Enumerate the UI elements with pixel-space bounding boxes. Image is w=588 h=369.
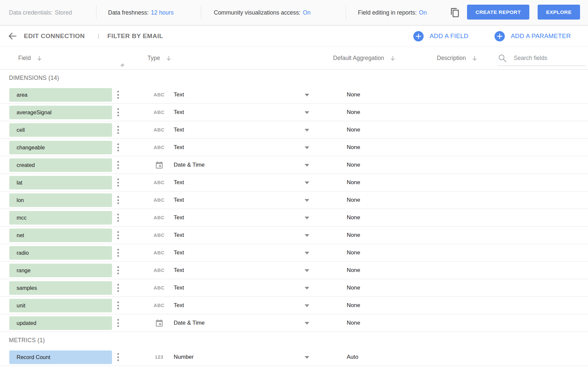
- aggregation-value[interactable]: None: [347, 162, 360, 168]
- column-header-description[interactable]: Description: [437, 47, 478, 69]
- type-value[interactable]: Text: [174, 214, 184, 221]
- field-chip[interactable]: changeable: [9, 141, 112, 154]
- more-options-icon[interactable]: [116, 283, 120, 293]
- more-options-icon[interactable]: [116, 318, 120, 328]
- column-header-type[interactable]: Type: [147, 47, 172, 69]
- more-options-icon[interactable]: [116, 352, 120, 362]
- back-arrow-icon[interactable]: [7, 26, 17, 47]
- field-chip[interactable]: net: [9, 229, 112, 242]
- type-dropdown-arrow-icon[interactable]: [305, 287, 309, 290]
- data-freshness-value[interactable]: 12 hours: [151, 9, 174, 16]
- field-chip[interactable]: unit: [9, 299, 112, 312]
- type-value[interactable]: Text: [174, 109, 184, 116]
- more-options-icon[interactable]: [116, 195, 120, 205]
- field-name: changeable: [17, 144, 45, 151]
- type-dropdown-arrow-icon[interactable]: [305, 164, 309, 167]
- sort-arrow-icon[interactable]: [36, 55, 43, 62]
- aggregation-value[interactable]: None: [347, 109, 360, 116]
- field-chip[interactable]: mcc: [9, 211, 112, 225]
- aggregation-value[interactable]: None: [347, 144, 360, 151]
- column-resize-handle[interactable]: [120, 62, 125, 69]
- more-options-icon[interactable]: [116, 177, 120, 188]
- type-dropdown-arrow-icon[interactable]: [305, 322, 309, 325]
- column-header-field[interactable]: Field: [18, 47, 43, 69]
- more-options-icon[interactable]: [116, 125, 120, 135]
- type-value[interactable]: Date & Time: [174, 320, 205, 326]
- aggregation-value[interactable]: None: [347, 285, 360, 291]
- type-dropdown-arrow-icon[interactable]: [305, 356, 309, 359]
- aggregation-value[interactable]: None: [347, 214, 360, 221]
- type-dropdown-arrow-icon[interactable]: [305, 234, 309, 237]
- field-chip[interactable]: averageSignal: [9, 106, 112, 119]
- type-dropdown-arrow-icon[interactable]: [305, 269, 309, 272]
- more-options-icon[interactable]: [116, 160, 120, 170]
- more-options-icon[interactable]: [116, 265, 120, 276]
- aggregation-value[interactable]: None: [347, 179, 360, 186]
- type-value[interactable]: Text: [174, 91, 184, 98]
- aggregation-value[interactable]: Auto: [347, 354, 358, 360]
- type-value[interactable]: Text: [174, 197, 184, 203]
- type-value[interactable]: Text: [174, 179, 184, 186]
- table-row: Record Count 123 Number Auto: [0, 348, 588, 366]
- aggregation-value[interactable]: None: [347, 302, 360, 309]
- type-dropdown-arrow-icon[interactable]: [305, 94, 309, 96]
- more-options-icon[interactable]: [116, 247, 120, 258]
- create-report-button[interactable]: CREATE REPORT: [467, 5, 529, 20]
- search-input[interactable]: [514, 52, 583, 64]
- type-value[interactable]: Text: [174, 144, 184, 151]
- sort-arrow-icon[interactable]: [165, 55, 172, 62]
- aggregation-value[interactable]: None: [347, 232, 360, 238]
- text-type-icon: ABC: [152, 104, 166, 121]
- field-chip[interactable]: radio: [9, 246, 112, 260]
- field-chip[interactable]: area: [9, 88, 112, 102]
- type-dropdown-arrow-icon[interactable]: [305, 217, 309, 219]
- type-value[interactable]: Number: [174, 354, 194, 360]
- field-chip[interactable]: samples: [9, 281, 112, 295]
- field-chip[interactable]: lon: [9, 193, 112, 207]
- aggregation-value[interactable]: None: [347, 197, 360, 203]
- field-chip[interactable]: cell: [9, 123, 112, 137]
- type-dropdown-arrow-icon[interactable]: [305, 129, 309, 132]
- more-options-icon[interactable]: [116, 212, 120, 223]
- type-dropdown-arrow-icon[interactable]: [305, 182, 309, 184]
- type-dropdown-arrow-icon[interactable]: [305, 111, 309, 114]
- more-options-icon[interactable]: [116, 230, 120, 240]
- type-value[interactable]: Text: [174, 302, 184, 309]
- type-dropdown-arrow-icon[interactable]: [305, 304, 309, 307]
- type-value[interactable]: Date & Time: [174, 162, 205, 168]
- more-options-icon[interactable]: [116, 89, 120, 100]
- more-options-icon[interactable]: [116, 107, 120, 118]
- sort-arrow-icon[interactable]: [389, 55, 396, 62]
- field-chip[interactable]: Record Count: [9, 350, 112, 364]
- community-viz-value[interactable]: On: [303, 9, 311, 16]
- aggregation-value[interactable]: None: [347, 267, 360, 274]
- sort-arrow-icon[interactable]: [471, 55, 478, 62]
- add-a-field-button[interactable]: ADD A FIELD: [413, 26, 468, 47]
- type-value[interactable]: Text: [174, 127, 184, 133]
- type-dropdown-arrow-icon[interactable]: [305, 252, 309, 254]
- field-editing-value[interactable]: On: [419, 9, 427, 16]
- more-options-icon[interactable]: [116, 300, 120, 311]
- type-dropdown-arrow-icon[interactable]: [305, 146, 309, 149]
- aggregation-value[interactable]: None: [347, 249, 360, 256]
- copy-icon[interactable]: [449, 7, 461, 18]
- type-value[interactable]: Text: [174, 285, 184, 291]
- add-a-parameter-button[interactable]: ADD A PARAMETER: [495, 26, 571, 47]
- type-value[interactable]: Text: [174, 232, 184, 238]
- more-options-icon[interactable]: [116, 142, 120, 153]
- explore-button[interactable]: EXPLORE: [538, 5, 580, 20]
- edit-connection-button[interactable]: EDIT CONNECTION: [24, 26, 85, 47]
- aggregation-value[interactable]: None: [347, 91, 360, 98]
- field-chip[interactable]: lat: [9, 176, 112, 189]
- data-credentials-status[interactable]: Data credentials: Stored: [9, 0, 72, 25]
- type-value[interactable]: Text: [174, 267, 184, 274]
- field-chip[interactable]: range: [9, 264, 112, 277]
- field-chip[interactable]: updated: [9, 316, 112, 330]
- field-chip[interactable]: created: [9, 158, 112, 172]
- column-header-aggregation[interactable]: Default Aggregation: [333, 47, 396, 69]
- type-value[interactable]: Text: [174, 249, 184, 256]
- aggregation-value[interactable]: None: [347, 127, 360, 133]
- type-dropdown-arrow-icon[interactable]: [305, 199, 309, 202]
- aggregation-value[interactable]: None: [347, 320, 360, 326]
- filter-by-email-button[interactable]: FILTER BY EMAIL: [107, 26, 163, 47]
